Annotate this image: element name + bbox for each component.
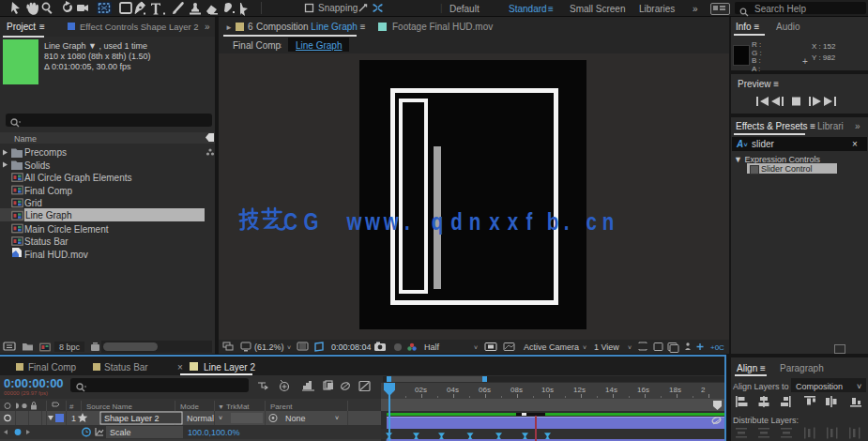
svg-text:04s: 04s xyxy=(447,386,459,394)
svg-text:Final HUD.mov: Final HUD.mov xyxy=(24,250,88,260)
svg-text:Mode: Mode xyxy=(180,403,200,411)
svg-text:w: w xyxy=(383,208,399,235)
svg-text:10s: 10s xyxy=(541,386,554,394)
svg-text:1: 1 xyxy=(71,414,76,423)
svg-text:(61.2%): (61.2%) xyxy=(254,342,284,352)
svg-text:Snapping: Snapping xyxy=(318,3,358,13)
svg-text:q: q xyxy=(432,208,444,235)
svg-text:c: c xyxy=(586,208,597,235)
svg-text:06s: 06s xyxy=(479,386,491,394)
svg-text:˅: ˅ xyxy=(335,415,339,421)
svg-text:˅: ˅ xyxy=(287,344,291,351)
svg-text:w: w xyxy=(346,208,362,235)
svg-text:08s: 08s xyxy=(510,386,523,394)
svg-text:1 View: 1 View xyxy=(594,342,619,352)
svg-text:None: None xyxy=(285,414,306,423)
svg-text:Main Circle Element: Main Circle Element xyxy=(24,224,109,235)
svg-text:12s: 12s xyxy=(573,386,586,394)
svg-text:Parent: Parent xyxy=(270,403,293,411)
svg-text:G: G xyxy=(304,208,319,235)
svg-text:16s: 16s xyxy=(637,386,649,394)
svg-text:Active Camera: Active Camera xyxy=(524,342,579,352)
svg-text:.: . xyxy=(404,208,410,235)
svg-text:8 bpc: 8 bpc xyxy=(59,342,81,352)
svg-text:Status Bar: Status Bar xyxy=(24,236,69,247)
svg-text:d: d xyxy=(450,208,463,235)
svg-text:˅: ˅ xyxy=(219,415,222,421)
svg-text:Final Comp: Final Comp xyxy=(24,186,73,196)
svg-text:Source Name: Source Name xyxy=(86,403,132,411)
svg-text:TrkMat: TrkMat xyxy=(226,403,250,411)
svg-text:x: x xyxy=(489,208,500,235)
svg-text:Precomps: Precomps xyxy=(24,147,67,158)
svg-text:+0C: +0C xyxy=(710,343,724,352)
svg-text:Half: Half xyxy=(424,342,440,352)
svg-text:#: # xyxy=(69,403,74,411)
svg-text:x: x xyxy=(508,208,519,235)
svg-text:All Circle Graph Elements: All Circle Graph Elements xyxy=(24,173,131,183)
svg-text:14s: 14s xyxy=(605,386,617,394)
svg-text:˅: ˅ xyxy=(583,344,586,351)
svg-text:.: . xyxy=(564,208,570,235)
svg-text:▼: ▼ xyxy=(218,403,224,410)
svg-text:C: C xyxy=(283,208,297,235)
svg-text:18s: 18s xyxy=(669,386,681,394)
svg-text:Solids: Solids xyxy=(24,160,50,171)
svg-text:0:00:08:04: 0:00:08:04 xyxy=(331,342,372,352)
svg-text:2: 2 xyxy=(701,386,706,394)
svg-text:b: b xyxy=(547,208,559,235)
svg-text:w: w xyxy=(364,208,380,235)
svg-text:02s: 02s xyxy=(415,386,427,394)
svg-text:Normal: Normal xyxy=(187,414,214,423)
svg-text:Scale: Scale xyxy=(110,428,131,437)
svg-text:f: f xyxy=(526,208,533,235)
svg-text:Shape Layer 2: Shape Layer 2 xyxy=(104,414,160,423)
svg-text:˅: ˅ xyxy=(628,344,632,351)
svg-text:Line Graph: Line Graph xyxy=(25,210,71,220)
svg-text:100.0,100.0%: 100.0,100.0% xyxy=(188,428,240,437)
svg-text:n: n xyxy=(469,208,481,235)
svg-text:Grid: Grid xyxy=(24,198,42,208)
svg-text:˅: ˅ xyxy=(474,344,478,351)
svg-text:n: n xyxy=(602,208,615,235)
